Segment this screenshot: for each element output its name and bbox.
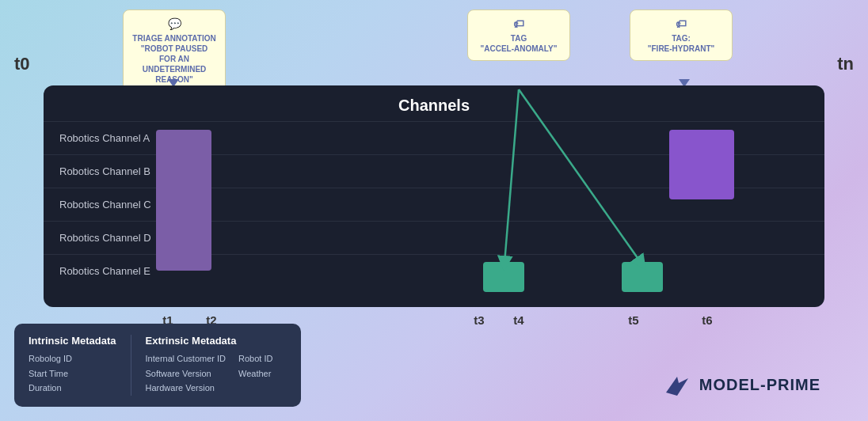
intrinsic-section: Intrinsic Metadata Robolog ID Start Time… [29,335,131,396]
teal-block-left [483,262,524,292]
tag-fire-icon: 🏷 [638,17,724,31]
tag-fire-text: TAG:"FIRE-HYDRANT" [648,34,714,53]
tag-accel-icon: 🏷 [476,17,562,31]
extrinsic-cols: Internal Customer ID Software Version Ha… [146,351,273,396]
extrinsic-title: Extrinsic Metadata [146,335,273,347]
extrinsic-col2-item1: Weather [238,366,272,381]
logo-area: MODEL-PRIME [663,370,820,399]
teal-block-right [622,262,663,292]
svg-marker-2 [666,377,688,396]
intrinsic-item-1: Start Time [29,366,116,381]
channels-title: Channels [44,85,824,121]
intrinsic-item-0: Robolog ID [29,351,116,366]
t4-label: t4 [513,313,523,327]
triage-annotation-text: TRIAGE ANNOTATION"ROBOT PAUSED FOR ANUND… [132,34,215,84]
tn-label: tn [837,54,854,74]
extrinsic-col1: Internal Customer ID Software Version Ha… [146,351,226,396]
extrinsic-col1-item1: Software Version [146,366,226,381]
tag-accel-text: TAG"ACCEL-ANOMALY" [481,34,558,53]
intrinsic-title: Intrinsic Metadata [29,335,116,347]
intrinsic-item-2: Duration [29,381,116,396]
tag-accel-box: 🏷 TAG"ACCEL-ANOMALY" [467,9,570,61]
intrinsic-items: Robolog ID Start Time Duration [29,351,116,396]
t3-label: t3 [474,313,484,327]
extrinsic-col1-item2: Hardware Version [146,381,226,396]
comment-icon: 💬 [131,17,217,31]
tag-fire-box: 🏷 TAG:"FIRE-HYDRANT" [630,9,733,61]
t0-label: t0 [14,54,30,74]
extrinsic-section: Extrinsic Metadata Internal Customer ID … [131,335,287,396]
purple-block [156,130,211,271]
extrinsic-col2-item0: Robot ID [238,351,272,366]
t6-label: t6 [702,313,712,327]
t5-label: t5 [628,313,638,327]
extrinsic-col1-item0: Internal Customer ID [146,351,226,366]
main-panel: Channels Robotics Channel A Robotics Cha… [44,85,824,307]
violet-block [669,130,734,199]
logo-text: MODEL-PRIME [699,376,820,394]
extrinsic-col2: Robot ID Weather [238,351,272,396]
metadata-panel: Intrinsic Metadata Robolog ID Start Time… [14,324,301,407]
logo-icon [663,370,691,399]
